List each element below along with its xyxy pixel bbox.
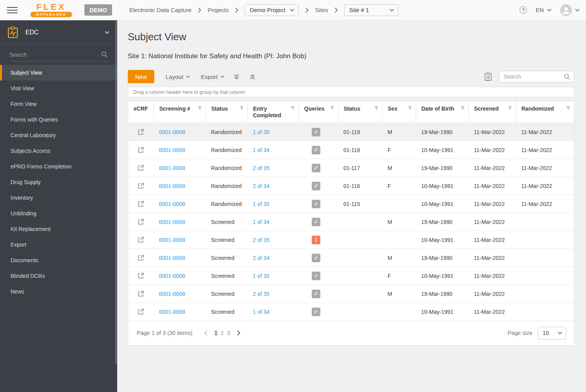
screening-number-link[interactable]: 0001-0008 bbox=[159, 237, 185, 243]
open-ecrf-icon[interactable] bbox=[137, 182, 145, 190]
group-by-drop-zone[interactable]: Drag a column header here to group by th… bbox=[128, 87, 574, 97]
table-search-input[interactable] bbox=[504, 73, 564, 80]
sidebar-item-blinded-dcrs[interactable]: Blinded DCRs bbox=[0, 268, 117, 284]
column-header-status[interactable]: Status bbox=[338, 101, 382, 123]
entry-completed-link[interactable]: 2 of 35 bbox=[253, 165, 270, 171]
user-menu[interactable] bbox=[560, 4, 579, 16]
entry-completed-link[interactable]: 1 of 35 bbox=[253, 129, 270, 135]
sidebar-item-subject-view[interactable]: Subject View bbox=[0, 65, 117, 81]
sidebar-item-export[interactable]: Export bbox=[0, 237, 117, 252]
page-button-3[interactable]: 3 bbox=[227, 330, 230, 336]
sidebar-item-subjects-access[interactable]: Subjects Access bbox=[0, 143, 117, 159]
queries-resolved-checkbox[interactable]: ✓ bbox=[312, 308, 320, 316]
filter-icon[interactable] bbox=[374, 106, 379, 111]
collapse-all-icon[interactable] bbox=[249, 73, 256, 80]
open-ecrf-icon[interactable] bbox=[137, 272, 145, 279]
entry-completed-link[interactable]: 2 of 35 bbox=[253, 237, 270, 243]
column-header-status[interactable]: Status bbox=[205, 101, 247, 123]
open-ecrf-icon[interactable] bbox=[137, 254, 145, 261]
entry-completed-link[interactable]: 1 of 35 bbox=[253, 273, 270, 279]
sidebar-scrollbar[interactable] bbox=[115, 21, 117, 364]
sidebar-item-epro-forms-completion[interactable]: ePRO Forms Completion bbox=[0, 159, 117, 174]
breadcrumb-edc[interactable]: Electronic Data Capture bbox=[129, 7, 191, 13]
column-header-date-of-birth[interactable]: Date of Birth bbox=[416, 101, 468, 123]
filter-icon[interactable] bbox=[566, 106, 571, 111]
screening-number-link[interactable]: 0001-0008 bbox=[159, 147, 185, 153]
column-header-entry-completed[interactable]: Entry Completed bbox=[247, 101, 298, 123]
entry-completed-link[interactable]: 2 of 34 bbox=[253, 255, 270, 261]
open-ecrf-icon[interactable] bbox=[137, 146, 145, 154]
help-icon[interactable]: ? bbox=[520, 6, 527, 14]
column-header-screened[interactable]: Screened bbox=[468, 101, 516, 123]
filter-icon[interactable] bbox=[330, 106, 335, 111]
queries-resolved-checkbox[interactable]: ✓ bbox=[312, 254, 320, 262]
table-row[interactable]: 0001-0008Screened1 of 34✓M19-Mar-199011-… bbox=[128, 213, 574, 231]
screening-number-link[interactable]: 0001-0008 bbox=[159, 129, 185, 135]
queries-resolved-checkbox[interactable]: ✓ bbox=[312, 272, 320, 280]
queries-resolved-checkbox[interactable]: ✓ bbox=[312, 218, 320, 226]
entry-completed-link[interactable]: 1 of 35 bbox=[253, 201, 270, 207]
breadcrumb-projects[interactable]: Projects bbox=[207, 7, 229, 13]
open-ecrf-icon[interactable] bbox=[137, 290, 145, 297]
screening-number-link[interactable]: 0001-0008 bbox=[159, 219, 185, 225]
screening-number-link[interactable]: 0001-0008 bbox=[159, 309, 185, 315]
table-row[interactable]: 0001-0008Randomized1 of 34✓01-118F10-May… bbox=[128, 141, 574, 159]
queries-resolved-checkbox[interactable]: ✓ bbox=[312, 164, 320, 172]
table-row[interactable]: 0001-0008Randomized2 of 34✓01-116F10-May… bbox=[128, 177, 574, 195]
open-ecrf-icon[interactable] bbox=[137, 164, 145, 172]
entry-completed-link[interactable]: 1 of 34 bbox=[253, 309, 270, 315]
queries-resolved-checkbox[interactable]: ✓ bbox=[312, 182, 320, 190]
export-dropdown[interactable]: Export bbox=[201, 73, 224, 80]
filter-icon[interactable] bbox=[290, 106, 295, 111]
table-row[interactable]: 0001-0008Screened1 of 35✓F10-May-199111-… bbox=[128, 267, 574, 285]
open-ecrf-icon[interactable] bbox=[137, 218, 145, 226]
screening-number-link[interactable]: 0001-0008 bbox=[159, 165, 185, 171]
layout-dropdown[interactable]: Layout bbox=[166, 73, 189, 80]
table-row[interactable]: 0001-0008Screened2 of 35110-May-199111-M… bbox=[128, 231, 574, 249]
open-ecrf-icon[interactable] bbox=[137, 308, 145, 315]
page-size-select[interactable]: 10 bbox=[538, 327, 566, 340]
sidebar-item-documents[interactable]: Documents bbox=[0, 252, 117, 268]
filter-icon[interactable] bbox=[239, 106, 244, 111]
sidebar-item-visit-view[interactable]: Visit View bbox=[0, 81, 117, 96]
table-row[interactable]: 0001-0008Randomized1 of 35✓01-119M19-Mar… bbox=[128, 123, 574, 141]
entry-completed-link[interactable]: 1 of 34 bbox=[253, 147, 270, 153]
language-select[interactable]: EN bbox=[536, 7, 551, 13]
screening-number-link[interactable]: 0001-0008 bbox=[159, 201, 185, 207]
site-select[interactable]: Site # 1 bbox=[344, 4, 398, 16]
entry-completed-link[interactable]: 2 of 35 bbox=[253, 291, 270, 297]
open-ecrf-icon[interactable] bbox=[137, 200, 145, 208]
module-switcher[interactable]: EDC bbox=[0, 20, 117, 45]
screening-number-link[interactable]: 0001-0008 bbox=[159, 255, 185, 261]
new-button[interactable]: New bbox=[128, 70, 154, 83]
previous-page-icon[interactable] bbox=[200, 330, 211, 336]
sidebar-item-unblinding[interactable]: Unblinding bbox=[0, 206, 117, 221]
open-ecrf-icon[interactable] bbox=[137, 128, 145, 136]
sidebar-item-inventory[interactable]: Inventory bbox=[0, 190, 117, 206]
table-row[interactable]: 0001-0008Screened2 of 35✓M19-Mar-199011-… bbox=[128, 285, 574, 303]
entry-completed-link[interactable]: 1 of 34 bbox=[253, 219, 270, 225]
screening-number-link[interactable]: 0001-0008 bbox=[159, 273, 185, 279]
queries-resolved-checkbox[interactable]: ✓ bbox=[312, 146, 320, 154]
filter-icon[interactable] bbox=[507, 106, 513, 111]
table-row[interactable]: 0001-0008Randomized2 of 35✓01-117M19-Mar… bbox=[128, 159, 574, 177]
sidebar-item-form-view[interactable]: Form View bbox=[0, 96, 117, 112]
filter-icon[interactable] bbox=[197, 106, 202, 111]
column-header-queries[interactable]: Queries bbox=[298, 101, 338, 123]
sidebar-item-kit-replacement[interactable]: Kit Replacement bbox=[0, 221, 117, 237]
next-page-icon[interactable] bbox=[233, 330, 244, 336]
column-header-sex[interactable]: Sex bbox=[382, 101, 416, 123]
queries-resolved-checkbox[interactable]: ✓ bbox=[312, 128, 320, 136]
table-row[interactable]: 0001-0008Screened2 of 34✓M19-Mar-199011-… bbox=[128, 249, 574, 267]
filter-icon[interactable] bbox=[460, 106, 465, 111]
sidebar-item-drug-supply[interactable]: Drug Supply bbox=[0, 174, 117, 190]
sidebar-item-central-laboratory[interactable]: Central Laboratory bbox=[0, 127, 117, 143]
breadcrumb-sites[interactable]: Sites bbox=[315, 7, 328, 13]
queries-resolved-checkbox[interactable]: ✓ bbox=[312, 200, 320, 208]
sidebar-item-forms-with-queries[interactable]: Forms with Queries bbox=[0, 112, 117, 127]
audit-log-icon[interactable] bbox=[484, 72, 492, 81]
page-button-1[interactable]: 1 bbox=[214, 330, 218, 336]
sidebar-search-input[interactable] bbox=[9, 52, 108, 58]
open-queries-badge[interactable]: 1 bbox=[312, 236, 320, 244]
entry-completed-link[interactable]: 2 of 34 bbox=[253, 183, 270, 189]
